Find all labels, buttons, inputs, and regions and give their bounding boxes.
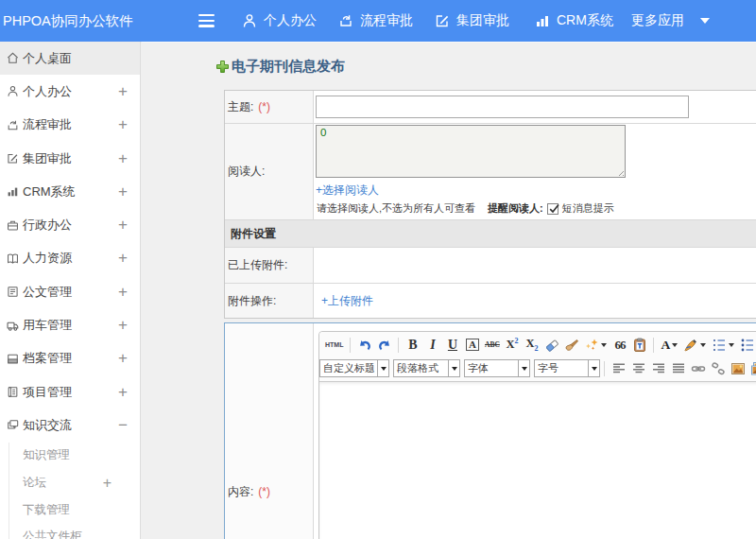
auto-typeset-button[interactable] <box>581 336 610 355</box>
align-right-button[interactable] <box>648 359 668 378</box>
subscript-button[interactable]: X2 <box>522 336 541 355</box>
custom-title-select[interactable]: 自定义标题 <box>319 359 389 377</box>
sidebar-subitem-download-management[interactable]: 下载管理 <box>9 496 140 524</box>
strikethrough-button[interactable]: ABC <box>482 336 502 355</box>
upload-attachment-link[interactable]: +上传附件 <box>321 293 373 309</box>
uploaded-attachments-label: 已上传附件: <box>228 257 287 273</box>
font-family-select[interactable]: 字体 <box>464 359 530 377</box>
font-size-select[interactable]: 字号 <box>534 359 600 377</box>
align-left-button[interactable] <box>609 359 628 378</box>
pick-readers-link[interactable]: +选择阅读人 <box>316 183 379 199</box>
sidebar-item-knowledge-exchange[interactable]: 知识交流 − <box>0 409 140 442</box>
sidebar-item-personal-office[interactable]: 个人办公 + <box>0 75 140 108</box>
collapse-minus-icon[interactable]: − <box>118 416 128 435</box>
justify-button[interactable] <box>668 359 688 378</box>
combo-dropdown-button[interactable] <box>589 359 600 377</box>
bold-button[interactable]: B <box>403 336 422 355</box>
sidebar-subitem-label: 知识管理 <box>23 447 70 463</box>
expand-plus-icon[interactable]: + <box>118 183 128 201</box>
sidebar-item-vehicle-management[interactable]: 用车管理 + <box>0 308 140 341</box>
resize-grip-icon[interactable] <box>615 167 624 176</box>
sidebar-item-process-approval[interactable]: 流程审批 + <box>0 109 140 142</box>
unlink-button[interactable] <box>708 359 728 378</box>
link-button[interactable] <box>688 359 708 378</box>
remind-readers-label: 提醒阅读人: <box>488 201 543 216</box>
sidebar-item-document-management[interactable]: 公文管理 + <box>0 275 140 308</box>
redo-button[interactable] <box>374 336 394 355</box>
dropdown-caret-icon <box>700 343 706 347</box>
ordered-list-button[interactable] <box>709 336 737 355</box>
sidebar-subitem-public-file-cabinet[interactable]: 公共文件柜 <box>9 524 140 539</box>
expand-plus-icon[interactable]: + <box>118 82 128 101</box>
attachment-operation-row: 附件操作: +上传附件 <box>225 284 756 318</box>
expand-plus-icon[interactable]: + <box>118 149 128 168</box>
expand-plus-icon[interactable]: + <box>118 216 128 235</box>
readers-label: 阅读人: <box>228 164 265 180</box>
image-button[interactable] <box>728 359 747 378</box>
sidebar-item-archive-management[interactable]: 档案管理 + <box>0 342 140 375</box>
sidebar-item-human-resources[interactable]: 人力资源 + <box>0 242 140 275</box>
unordered-list-button[interactable] <box>737 336 756 355</box>
paragraph-select[interactable]: 段落格式 <box>393 359 460 377</box>
readers-row: 阅读人: 0 +选择阅读人 请选择阅读人,不选为所有人可查看 提醒阅读人: 短消… <box>225 124 756 220</box>
expand-plus-icon[interactable]: + <box>118 283 128 302</box>
undo-button[interactable] <box>354 336 374 355</box>
uploaded-label-cell: 已上传附件: <box>225 248 314 283</box>
topnav-group-approval[interactable]: 集团审批 <box>435 0 509 42</box>
sms-checkbox[interactable] <box>547 203 558 215</box>
expand-plus-icon[interactable]: + <box>118 115 128 134</box>
chat-icon <box>7 418 19 432</box>
font-color-button[interactable]: A <box>658 336 680 355</box>
format-painter-button[interactable] <box>561 336 581 355</box>
combo-dropdown-button[interactable] <box>519 359 530 377</box>
readers-count: 0 <box>320 127 326 138</box>
chevron-down-icon[interactable] <box>700 18 710 24</box>
content-form-table: 内容: (*) HTML <box>224 322 756 539</box>
expand-plus-icon[interactable]: + <box>118 249 128 268</box>
source-code-button[interactable]: HTML <box>322 336 346 355</box>
sidebar-subitem-forum[interactable]: 论坛 + <box>9 469 140 496</box>
album-button[interactable] <box>747 359 756 378</box>
sidebar-item-label: 公文管理 <box>23 284 72 301</box>
sidebar-item-admin-office[interactable]: 行政办公 + <box>0 208 140 241</box>
expand-plus-icon[interactable]: + <box>118 383 128 402</box>
sidebar-item-project-management[interactable]: 项目管理 + <box>0 375 140 409</box>
expand-plus-icon[interactable]: + <box>103 475 112 492</box>
topnav-personal-office[interactable]: 个人办公 <box>242 0 317 42</box>
paste-text-button[interactable] <box>629 336 649 355</box>
editor-content-area[interactable] <box>319 382 756 539</box>
editor-toolbar-row2: 自定义标题 段落格式 字体 字号 <box>319 357 756 379</box>
sidebar-subitem-knowledge-management[interactable]: 知识管理 <box>9 443 140 470</box>
char-border-button[interactable]: A <box>462 336 482 355</box>
expand-plus-icon[interactable]: + <box>118 316 128 335</box>
combo-dropdown-button[interactable] <box>378 359 389 377</box>
user-icon <box>7 84 19 98</box>
subject-label-cell: 主题: (*) <box>225 91 314 123</box>
flow-icon <box>7 118 19 132</box>
hamburger-menu-icon[interactable] <box>198 14 215 28</box>
topnav-process-approval[interactable]: 流程审批 <box>338 0 413 42</box>
topnav-crm-system[interactable]: CRM系统 <box>535 0 613 42</box>
page-title: 电子期刊信息发布 <box>215 58 345 76</box>
required-mark: (*) <box>258 485 270 498</box>
align-center-button[interactable] <box>628 359 648 378</box>
combo-dropdown-button[interactable] <box>449 359 460 377</box>
remove-format-button[interactable] <box>541 336 561 355</box>
italic-button[interactable]: I <box>422 336 442 355</box>
blockquote-button[interactable]: 66 <box>610 336 629 355</box>
readers-textarea[interactable]: 0 <box>316 125 626 178</box>
sidebar-item-personal-desktop[interactable]: 个人桌面 <box>0 42 140 75</box>
highlight-color-button[interactable] <box>680 336 709 355</box>
archive-icon <box>7 352 19 366</box>
sidebar-item-group-approval[interactable]: 集团审批 + <box>0 142 140 175</box>
subject-input[interactable] <box>316 96 689 118</box>
expand-plus-icon[interactable]: + <box>118 349 128 368</box>
sidebar-item-crm-system[interactable]: CRM系统 + <box>0 175 140 208</box>
sidebar-item-label: 个人办公 <box>23 83 72 100</box>
superscript-button[interactable]: X2 <box>502 336 522 355</box>
topnav-more-apps[interactable]: 更多应用 <box>631 0 684 42</box>
sidebar-item-label: 用车管理 <box>23 317 72 334</box>
sidebar-item-label: CRM系统 <box>23 183 76 200</box>
topnav-label: CRM系统 <box>557 12 613 29</box>
underline-button[interactable]: U <box>442 336 462 355</box>
